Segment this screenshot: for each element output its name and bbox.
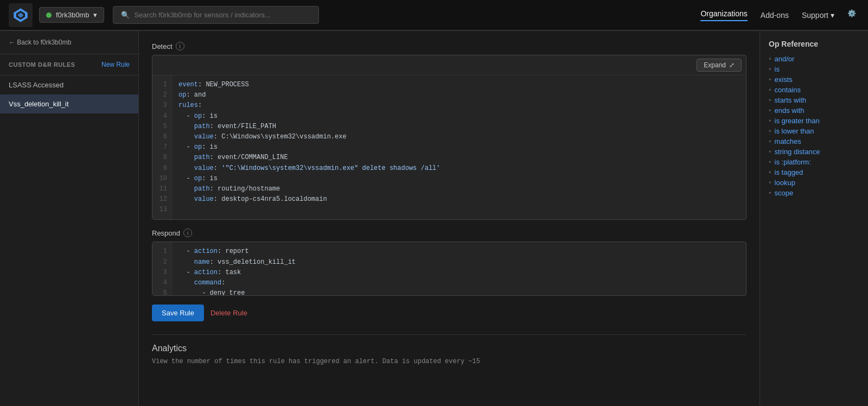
gear-icon[interactable]: ⚙️ xyxy=(847,9,859,21)
op-link-and-or[interactable]: and/or xyxy=(775,55,795,63)
code-line-10: - op: is xyxy=(178,174,739,184)
respond-code-lines[interactable]: - action: report name: vss_deletion_kill… xyxy=(172,242,746,295)
respond-label: Respond i xyxy=(152,229,746,237)
support-dropdown-icon: ▾ xyxy=(831,11,834,20)
respond-editor[interactable]: 123456 - action: report name: vss_deleti… xyxy=(152,242,746,296)
nav-addons[interactable]: Add-ons xyxy=(761,11,789,20)
topnav: f0rk3b0mb ▾ 🔍 Organizations Add-ons Supp… xyxy=(0,0,868,30)
nav-right: Organizations Add-ons Support ▾ ⚙️ xyxy=(700,9,859,21)
op-item-scope: scope xyxy=(769,189,859,197)
main-layout: ← Back to f0rk3b0mb CUSTOM D&R RULES New… xyxy=(0,31,868,406)
analytics-desc: View the number of times this rule has t… xyxy=(152,358,746,365)
code-line-2: op: and xyxy=(178,90,739,100)
code-line-9: value: '"C:\Windows\system32\vssadmin.ex… xyxy=(178,163,739,174)
sidebar-header: CUSTOM D&R RULES New Rule xyxy=(0,54,138,75)
op-item-platform: is :platform: xyxy=(769,158,859,166)
detect-editor[interactable]: Expand ⤢ 12345 678910 111213 event: NEW_… xyxy=(152,55,746,220)
search-bar[interactable]: 🔍 xyxy=(113,6,319,24)
expand-icon: ⤢ xyxy=(729,61,735,69)
op-item-exists: exists xyxy=(769,75,859,84)
op-link-scope[interactable]: scope xyxy=(775,189,794,197)
respond-line-1: - action: report xyxy=(178,246,739,257)
code-line-8: path: event/COMMAND_LINE xyxy=(178,153,739,163)
main-content: Detect i Expand ⤢ 12345 678910 111213 ev… xyxy=(139,31,760,406)
sidebar: ← Back to f0rk3b0mb CUSTOM D&R RULES New… xyxy=(0,31,139,406)
op-link-is[interactable]: is xyxy=(775,65,780,73)
op-item-string-distance: string distance xyxy=(769,148,859,156)
search-icon: 🔍 xyxy=(121,11,130,19)
search-input[interactable] xyxy=(134,11,311,19)
op-reference: Op Reference and/or is exists contains s… xyxy=(760,31,868,406)
dropdown-icon: ▾ xyxy=(93,11,97,19)
op-item-greater-than: is greater than xyxy=(769,117,859,125)
org-name: f0rk3b0mb xyxy=(56,11,89,19)
nav-organizations[interactable]: Organizations xyxy=(700,9,747,21)
op-item-matches: matches xyxy=(769,137,859,145)
op-item-lower-than: is lower than xyxy=(769,127,859,135)
code-line-4: - op: is xyxy=(178,111,739,122)
detect-code-content: 12345 678910 111213 event: NEW_PROCESS o… xyxy=(152,75,746,219)
analytics-section: Analytics View the number of times this … xyxy=(152,334,746,365)
new-rule-button[interactable]: New Rule xyxy=(101,61,130,68)
back-link[interactable]: ← Back to f0rk3b0mb xyxy=(0,31,138,54)
respond-line-5: - deny_tree xyxy=(178,288,739,295)
code-line-3: rules: xyxy=(178,100,739,111)
op-link-greater-than[interactable]: is greater than xyxy=(775,117,820,125)
save-rule-button[interactable]: Save Rule xyxy=(152,304,204,321)
code-line-1: event: NEW_PROCESS xyxy=(178,80,739,90)
logo xyxy=(9,3,33,27)
code-line-7: - op: is xyxy=(178,142,739,153)
detect-label: Detect i xyxy=(152,42,746,50)
sidebar-title: CUSTOM D&R RULES xyxy=(9,61,75,68)
op-item-and-or: and/or xyxy=(769,55,859,63)
op-item-lookup: lookup xyxy=(769,179,859,187)
respond-line-2: name: vss_deletion_kill_it xyxy=(178,257,739,268)
detect-info-icon: i xyxy=(176,42,184,50)
sidebar-item-vss[interactable]: Vss_deletion_kill_it xyxy=(0,94,138,113)
code-line-11: path: routing/hostname xyxy=(178,184,739,194)
code-line-5: path: event/FILE_PATH xyxy=(178,122,739,132)
code-line-13 xyxy=(178,205,739,215)
op-item-contains: contains xyxy=(769,86,859,94)
op-link-lookup[interactable]: lookup xyxy=(775,179,795,187)
respond-code-content: 123456 - action: report name: vss_deleti… xyxy=(152,242,746,295)
op-reference-title: Op Reference xyxy=(769,40,859,48)
op-link-matches[interactable]: matches xyxy=(775,137,801,145)
analytics-title: Analytics xyxy=(152,344,746,353)
op-link-starts-with[interactable]: starts with xyxy=(775,96,807,104)
delete-rule-button[interactable]: Delete Rule xyxy=(210,309,247,317)
actions-row: Save Rule Delete Rule xyxy=(152,304,746,321)
op-link-ends-with[interactable]: ends with xyxy=(775,106,805,115)
op-link-string-distance[interactable]: string distance xyxy=(775,148,820,156)
op-item-tagged: is tagged xyxy=(769,168,859,176)
respond-line-3: - action: task xyxy=(178,268,739,278)
expand-button[interactable]: Expand ⤢ xyxy=(697,59,742,72)
op-link-exists[interactable]: exists xyxy=(775,75,793,84)
op-link-contains[interactable]: contains xyxy=(775,86,801,94)
op-item-starts-with: starts with xyxy=(769,96,859,104)
org-status-dot xyxy=(46,12,52,18)
respond-info-icon: i xyxy=(183,229,192,237)
op-link-platform[interactable]: is :platform: xyxy=(775,158,811,166)
org-selector[interactable]: f0rk3b0mb ▾ xyxy=(39,7,104,23)
code-line-12: value: desktop-cs4nra5.localdomain xyxy=(178,194,739,205)
op-link-lower-than[interactable]: is lower than xyxy=(775,127,814,135)
op-list: and/or is exists contains starts with en… xyxy=(769,55,859,197)
code-line-6: value: C:\Windows\system32\vssadmin.exe xyxy=(178,132,739,142)
respond-line-4: command: xyxy=(178,278,739,288)
detect-line-numbers: 12345 678910 111213 xyxy=(152,75,172,219)
nav-support[interactable]: Support ▾ xyxy=(802,11,834,20)
respond-line-numbers: 123456 xyxy=(152,242,172,295)
op-item-is: is xyxy=(769,65,859,73)
detect-code-lines[interactable]: event: NEW_PROCESS op: and rules: - op: … xyxy=(172,75,746,219)
sidebar-item-lsass[interactable]: LSASS Accessed xyxy=(0,75,138,94)
op-item-ends-with: ends with xyxy=(769,106,859,115)
op-link-tagged[interactable]: is tagged xyxy=(775,168,803,176)
detect-editor-header: Expand ⤢ xyxy=(152,55,746,75)
